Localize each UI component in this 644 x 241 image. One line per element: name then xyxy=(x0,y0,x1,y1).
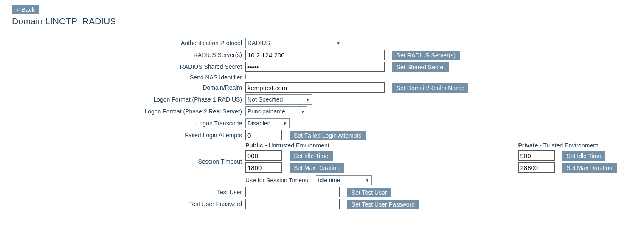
logon-format-phase2-select[interactable]: Principalname xyxy=(245,106,307,116)
logon-format-phase1-select[interactable]: Not Specified xyxy=(245,94,312,105)
public-env-label: Public - Untrusted Environment xyxy=(245,142,329,149)
failed-login-attempts-input[interactable] xyxy=(245,130,282,140)
set-failed-login-attempts-button[interactable]: Set Failed Login Attempts xyxy=(290,131,366,140)
label-use-for-session-timeout: Use for Session Timeout: xyxy=(245,177,312,184)
label-test-user-password: Test User Password xyxy=(12,198,244,210)
set-domain-realm-button[interactable]: Set Domain/Realm Name xyxy=(392,83,468,93)
label-test-user: Test User xyxy=(12,186,244,198)
auth-protocol-select[interactable]: RADIUS xyxy=(245,38,343,48)
label-logon-format-phase1: Logon Format (Phase 1 RADIUS) xyxy=(12,94,244,105)
test-user-input[interactable] xyxy=(245,187,340,197)
test-user-password-input[interactable] xyxy=(245,199,340,209)
title-rule xyxy=(12,29,632,29)
label-radius-shared-secret: RADIUS Shared Secret xyxy=(12,61,244,73)
set-private-idle-time-button[interactable]: Set Idle Time xyxy=(562,151,605,161)
label-send-nas-identifier: Send NAS Identifier xyxy=(12,73,244,82)
logon-transcode-select[interactable]: Disabled xyxy=(245,118,290,128)
set-test-user-button[interactable]: Set Test User xyxy=(347,188,391,197)
label-auth-protocol: Authentication Protocol xyxy=(12,37,244,49)
public-idle-time-input[interactable] xyxy=(245,150,282,161)
private-idle-time-input[interactable] xyxy=(518,150,555,161)
set-radius-servers-button[interactable]: Set RADIUS Server(s) xyxy=(392,51,460,60)
private-env-label: Private - Trusted Environment xyxy=(518,142,598,149)
logon-format-phase1-select-wrap: Not Specified xyxy=(245,94,312,105)
set-public-max-duration-button[interactable]: Set Max Duration xyxy=(290,163,344,173)
label-logon-format-phase2: Logon Format (Phase 2 Real Server) xyxy=(12,105,244,117)
domain-realm-input[interactable] xyxy=(245,82,385,93)
label-radius-servers: RADIUS Server(s) xyxy=(12,49,244,61)
radius-servers-input[interactable] xyxy=(245,50,385,60)
label-session-timeout: Session Timeout xyxy=(12,150,244,173)
send-nas-identifier-checkbox[interactable] xyxy=(245,74,251,79)
radius-shared-secret-input[interactable] xyxy=(245,62,385,72)
set-test-user-password-button[interactable]: Set Test User Password xyxy=(347,200,419,209)
label-logon-transcode: Logon Transcode xyxy=(12,117,244,129)
page-title: Domain LINOTP_RADIUS xyxy=(12,16,632,26)
set-shared-secret-button[interactable]: Set Shared Secret xyxy=(392,62,449,72)
use-for-session-timeout-select[interactable]: idle time xyxy=(316,175,372,185)
use-for-session-timeout-select-wrap: idle time xyxy=(316,175,372,185)
config-form-table: Authentication Protocol RADIUS RADIUS Se… xyxy=(12,37,632,210)
set-public-idle-time-button[interactable]: Set Idle Time xyxy=(290,151,333,161)
set-private-max-duration-button[interactable]: Set Max Duration xyxy=(562,163,616,173)
logon-transcode-select-wrap: Disabled xyxy=(245,118,290,128)
private-max-duration-input[interactable] xyxy=(518,162,555,173)
label-failed-login-attempts: Failed Login Attempts xyxy=(12,129,244,141)
label-domain-realm: Domain/Realm xyxy=(12,82,244,94)
logon-format-phase2-select-wrap: Principalname xyxy=(245,106,307,116)
back-button[interactable]: <-Back xyxy=(12,5,39,14)
auth-protocol-select-wrap: RADIUS xyxy=(245,38,343,48)
public-max-duration-input[interactable] xyxy=(245,162,282,173)
